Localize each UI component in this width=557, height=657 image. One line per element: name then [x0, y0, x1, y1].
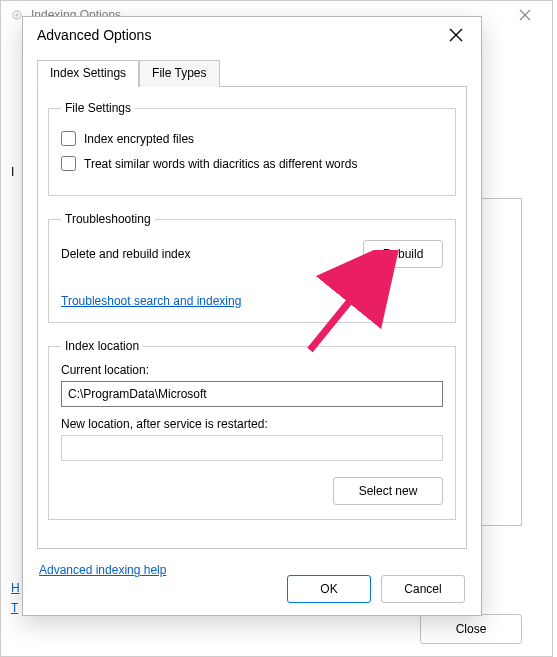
dialog-footer: OK Cancel	[287, 575, 465, 603]
tab-file-types[interactable]: File Types	[139, 60, 219, 87]
dialog-title: Advanced Options	[37, 27, 151, 43]
index-location-group: Index location Current location: New loc…	[48, 339, 456, 520]
back-partial-link-h[interactable]: H	[11, 581, 20, 595]
close-icon[interactable]	[441, 20, 471, 50]
tab-index-settings[interactable]: Index Settings	[37, 60, 139, 87]
svg-point-1	[15, 13, 18, 16]
index-encrypted-row[interactable]: Index encrypted files	[61, 131, 443, 146]
index-encrypted-label: Index encrypted files	[84, 132, 194, 146]
select-new-button[interactable]: Select new	[333, 477, 443, 505]
diacritics-checkbox[interactable]	[61, 156, 76, 171]
dialog-titlebar: Advanced Options	[23, 17, 481, 53]
current-location-label: Current location:	[61, 363, 443, 377]
ok-button[interactable]: OK	[287, 575, 371, 603]
troubleshooting-group: Troubleshooting Delete and rebuild index…	[48, 212, 456, 323]
tab-content: File Settings Index encrypted files Trea…	[37, 87, 467, 549]
troubleshooting-legend: Troubleshooting	[61, 212, 155, 226]
delete-rebuild-label: Delete and rebuild index	[61, 247, 190, 261]
index-encrypted-checkbox[interactable]	[61, 131, 76, 146]
new-location-field	[61, 435, 443, 461]
indexing-options-close-button[interactable]	[502, 1, 548, 29]
close-button[interactable]: Close	[420, 614, 522, 644]
back-partial-link-t[interactable]: T	[11, 601, 18, 615]
diacritics-label: Treat similar words with diacritics as d…	[84, 157, 357, 171]
rebuild-button[interactable]: Rebuild	[363, 240, 443, 268]
cancel-button[interactable]: Cancel	[381, 575, 465, 603]
current-location-field[interactable]	[61, 381, 443, 407]
index-location-legend: Index location	[61, 339, 143, 353]
tab-strip: Index Settings File Types	[37, 59, 467, 87]
advanced-indexing-help-link[interactable]: Advanced indexing help	[39, 563, 166, 577]
back-partial-label: I	[11, 165, 14, 179]
troubleshoot-link[interactable]: Troubleshoot search and indexing	[61, 294, 241, 308]
diacritics-row[interactable]: Treat similar words with diacritics as d…	[61, 156, 443, 171]
file-settings-group: File Settings Index encrypted files Trea…	[48, 101, 456, 196]
advanced-options-dialog: Advanced Options Index Settings File Typ…	[22, 16, 482, 616]
new-location-label: New location, after service is restarted…	[61, 417, 443, 431]
file-settings-legend: File Settings	[61, 101, 135, 115]
